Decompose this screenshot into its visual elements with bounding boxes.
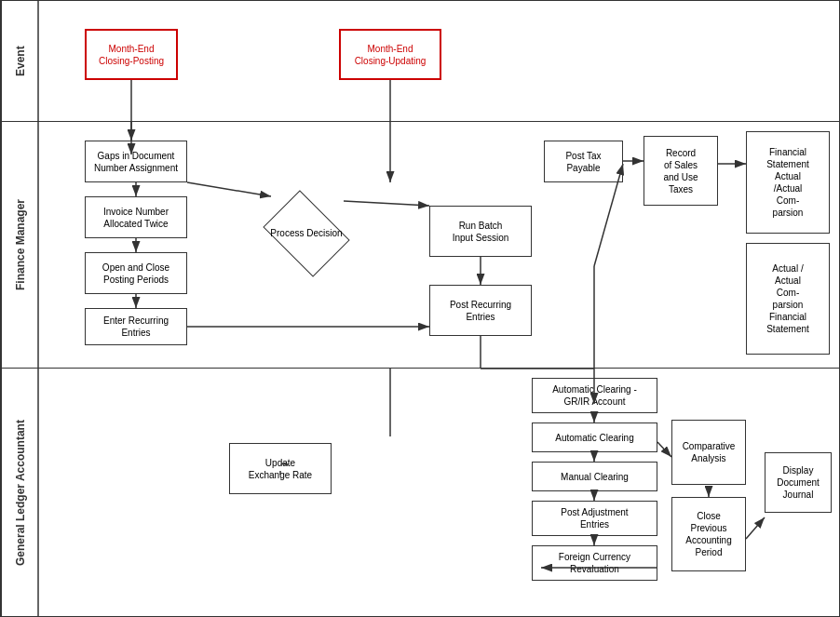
actual-actual-label: Actual / Actual Com- parsion Financial S…: [766, 262, 809, 335]
foreign-currency-label: Foreign Currency Revaluation: [559, 551, 630, 575]
lane-general: General Ledger Accountant Update Exchang…: [1, 369, 839, 617]
process-decision-label: Process Decision: [270, 228, 342, 239]
open-close-posting-label: Open and Close Posting Periods: [102, 262, 169, 286]
auto-clearing-box: Automatic Clearing: [532, 423, 657, 452]
post-adjustment-label: Post Adjustment Entries: [561, 506, 628, 530]
financial-statement-actual-box: Financial Statement Actual /Actual Com- …: [746, 131, 830, 234]
lane-event: Event Month-End Closing-Posting Month-En…: [1, 1, 839, 122]
post-tax-payable-label: Post Tax Payable: [565, 150, 601, 174]
open-close-posting-box: Open and Close Posting Periods: [85, 252, 187, 294]
process-decision-diamond: Process Decision: [269, 206, 344, 262]
post-tax-payable-box: Post Tax Payable: [544, 141, 623, 182]
post-adjustment-box: Post Adjustment Entries: [532, 501, 657, 536]
gaps-document-box: Gaps in Document Number Assignment: [85, 141, 187, 182]
display-document-box: Display Document Journal: [765, 452, 832, 513]
diagram-container: Event Month-End Closing-Posting Month-En…: [0, 0, 840, 617]
month-end-closing-updating-box: Month-End Closing-Updating: [339, 29, 441, 80]
enter-recurring-box: Enter Recurring Entries: [85, 308, 187, 345]
record-sales-label: Record of Sales and Use Taxes: [663, 147, 698, 195]
month-end-closing-posting-box: Month-End Closing-Posting: [85, 29, 178, 80]
close-previous-label: Close Previous Accounting Period: [685, 510, 731, 558]
run-batch-label: Run Batch Input Session: [453, 220, 509, 244]
display-document-label: Display Document Journal: [777, 464, 820, 501]
post-recurring-label: Post Recurring Entries: [450, 299, 511, 323]
auto-clearing-label: Automatic Clearing: [555, 432, 633, 444]
auto-clearing-gr-box: Automatic Clearing - GR/IR Account: [532, 378, 657, 413]
record-sales-box: Record of Sales and Use Taxes: [644, 136, 718, 206]
manual-clearing-box: Manual Clearing: [532, 462, 657, 491]
lane-finance-label: Finance Manager: [1, 122, 38, 368]
update-exchange-box: Update Exchange Rate: [229, 443, 332, 494]
close-previous-box: Close Previous Accounting Period: [671, 497, 746, 571]
run-batch-box: Run Batch Input Session: [429, 206, 532, 257]
post-recurring-box: Post Recurring Entries: [429, 285, 532, 336]
lane-finance: Finance Manager Gaps in Document Number …: [1, 122, 839, 369]
auto-clearing-gr-label: Automatic Clearing - GR/IR Account: [552, 383, 637, 408]
manual-clearing-label: Manual Clearing: [561, 471, 629, 483]
enter-recurring-label: Enter Recurring Entries: [103, 315, 169, 339]
lane-general-label: General Ledger Accountant: [1, 369, 38, 617]
comparative-analysis-label: Comparative Analysis: [683, 440, 736, 464]
invoice-number-label: Invoice Number Allocated Twice: [103, 206, 169, 230]
foreign-currency-box: Foreign Currency Revaluation: [532, 545, 657, 581]
actual-actual-box: Actual / Actual Com- parsion Financial S…: [746, 243, 830, 355]
lane-event-label: Event: [1, 1, 38, 121]
gaps-document-label: Gaps in Document Number Assignment: [94, 150, 178, 174]
financial-statement-actual-label: Financial Statement Actual /Actual Com- …: [766, 146, 809, 219]
month-end-closing-posting-label: Month-End Closing-Posting: [99, 43, 164, 67]
comparative-analysis-box: Comparative Analysis: [671, 420, 746, 485]
update-exchange-label: Update Exchange Rate: [249, 457, 312, 481]
month-end-closing-updating-label: Month-End Closing-Updating: [355, 43, 427, 67]
invoice-number-box: Invoice Number Allocated Twice: [85, 196, 187, 238]
